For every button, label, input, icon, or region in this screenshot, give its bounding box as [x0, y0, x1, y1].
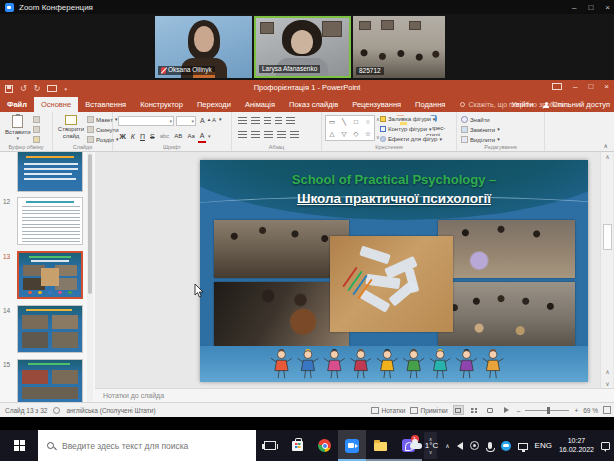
- video-thumbnail-oksana[interactable]: Oksana Oliinyk: [155, 16, 252, 78]
- italic-button[interactable]: К: [129, 131, 136, 142]
- change-case-button[interactable]: Аа: [186, 131, 196, 142]
- shape-triangle-icon[interactable]: △: [330, 131, 335, 138]
- collapse-ribbon-button[interactable]: ∧: [604, 142, 608, 149]
- search-input[interactable]: [60, 440, 240, 452]
- zoom-close-button[interactable]: ×: [605, 3, 610, 12]
- shape-star-icon[interactable]: ☆: [365, 131, 371, 138]
- select-button[interactable]: Виділити ▾: [461, 136, 500, 143]
- current-slide[interactable]: School of Practical Psychology – Школа п…: [200, 160, 588, 382]
- find-button[interactable]: Знайти: [461, 116, 490, 123]
- text-shadow-button[interactable]: abc: [158, 131, 171, 142]
- shape-fill-button[interactable]: Заливка фігури▾: [380, 116, 435, 122]
- start-button[interactable]: [0, 430, 38, 461]
- slide-sorter-view-button[interactable]: [469, 405, 480, 415]
- fit-slide-to-window-button[interactable]: [603, 406, 611, 414]
- paste-button[interactable]: Вставити ▾: [5, 115, 31, 142]
- columns-icon[interactable]: [290, 131, 299, 139]
- tab-animations[interactable]: Анімація: [238, 97, 282, 112]
- format-painter-button[interactable]: [33, 136, 40, 143]
- previous-slide-icon[interactable]: ∧: [601, 367, 614, 378]
- tab-transitions[interactable]: Переходи: [190, 97, 238, 112]
- align-left-icon[interactable]: [238, 131, 247, 139]
- font-size-combo[interactable]: ▾: [176, 116, 196, 126]
- shape-outline-button[interactable]: Контур фігури▾: [380, 126, 432, 132]
- notes-pane[interactable]: Нотатки до слайда: [95, 388, 614, 402]
- shape-triangle-down-icon[interactable]: ▽: [342, 131, 347, 138]
- shape-effects-button[interactable]: Ефекти для фігур▾: [380, 136, 442, 142]
- tab-insert[interactable]: Вставлення: [78, 97, 133, 112]
- zoom-slider-thumb[interactable]: [547, 407, 550, 414]
- slide-thumbnail-13-selected[interactable]: [17, 251, 83, 299]
- slide-thumbnail-15-partial[interactable]: [17, 359, 83, 402]
- shape-square-icon[interactable]: □: [354, 119, 358, 126]
- ppt-minimize-button[interactable]: –: [573, 82, 577, 91]
- new-slide-button[interactable]: Створити слайд: [56, 115, 86, 140]
- chrome-button[interactable]: [311, 430, 338, 461]
- slide-scrollbar[interactable]: ∧ ∧ ∨ ∨: [600, 152, 613, 402]
- task-view-button[interactable]: [256, 430, 284, 461]
- slideshow-view-button[interactable]: [501, 405, 512, 415]
- video-thumbnail-larysa[interactable]: Larysa Afanasenko: [254, 16, 351, 78]
- slide-thumbnail-14[interactable]: [17, 305, 83, 353]
- zoom-out-button[interactable]: –: [517, 407, 521, 414]
- language-indicator[interactable]: англійська (Сполучені Штати): [66, 407, 155, 414]
- comments-toggle-button[interactable]: Примітки: [410, 407, 447, 414]
- obs-icon[interactable]: [470, 441, 479, 450]
- tab-view[interactable]: Подання: [408, 97, 452, 112]
- font-color-button[interactable]: А: [198, 130, 206, 143]
- shrink-font-button[interactable]: А▼: [212, 117, 222, 123]
- weather-widget[interactable]: 1°C: [410, 441, 438, 450]
- tab-slideshow[interactable]: Показ слайдів: [282, 97, 345, 112]
- taskbar-search[interactable]: [38, 430, 256, 461]
- action-center-icon[interactable]: [601, 442, 610, 450]
- grow-font-button[interactable]: А▲: [200, 117, 211, 124]
- cut-button[interactable]: [33, 116, 40, 123]
- zoom-slider[interactable]: [525, 410, 569, 411]
- cloud-sync-icon[interactable]: [501, 441, 511, 451]
- shape-diamond-icon[interactable]: ◇: [354, 131, 359, 138]
- ppt-restore-button[interactable]: □: [588, 82, 593, 91]
- shapes-gallery[interactable]: ▭ ╲ □ ○ △ ▽ ◇ ☆: [325, 115, 375, 141]
- underline-button[interactable]: П: [138, 131, 146, 142]
- zoom-maximize-button[interactable]: □: [588, 3, 593, 12]
- character-spacing-button[interactable]: АВ: [173, 131, 184, 142]
- normal-view-button[interactable]: [453, 405, 464, 415]
- zoom-minimize-button[interactable]: –: [572, 3, 576, 12]
- decrease-indent-icon[interactable]: [264, 117, 271, 125]
- line-spacing-icon[interactable]: [286, 117, 295, 125]
- strikethrough-button[interactable]: S: [149, 131, 157, 142]
- zoom-app-button[interactable]: [338, 430, 366, 461]
- video-thumbnail-825712[interactable]: 825712: [353, 16, 445, 78]
- signin-button[interactable]: Увійти: [512, 100, 534, 109]
- zoom-in-button[interactable]: +: [574, 407, 578, 414]
- replace-button[interactable]: Замінити ▾: [461, 126, 500, 133]
- tab-file[interactable]: Файл: [0, 97, 34, 112]
- shape-rect-icon[interactable]: ▭: [329, 119, 335, 126]
- reading-view-button[interactable]: [485, 405, 496, 415]
- scrollbar-thumb[interactable]: [603, 224, 612, 250]
- shape-line-icon[interactable]: ╲: [342, 119, 346, 126]
- shape-circle-icon[interactable]: ○: [366, 119, 370, 126]
- font-name-combo[interactable]: ▾: [118, 116, 174, 126]
- file-explorer-button[interactable]: [366, 430, 394, 461]
- speaker-icon[interactable]: [457, 442, 463, 450]
- justify-icon[interactable]: [277, 131, 286, 139]
- taskbar-clock[interactable]: 10:27 16.02.2022: [559, 437, 594, 455]
- hidden-icons-chevron[interactable]: ∧: [445, 442, 449, 449]
- bold-button[interactable]: Ж: [118, 131, 127, 142]
- notes-toggle-button[interactable]: Нотатки: [371, 407, 405, 414]
- tab-design[interactable]: Конструктор: [133, 97, 190, 112]
- zoom-level[interactable]: 69 %: [583, 407, 598, 414]
- microsoft-store-button[interactable]: [284, 430, 311, 461]
- scroll-up-icon[interactable]: ∧: [601, 152, 614, 163]
- bullets-icon[interactable]: [238, 117, 247, 125]
- increase-indent-icon[interactable]: [275, 117, 282, 125]
- align-right-icon[interactable]: [264, 131, 273, 139]
- tab-review[interactable]: Рецензування: [345, 97, 408, 112]
- network-icon[interactable]: [518, 443, 528, 450]
- copy-button[interactable]: [33, 126, 40, 133]
- share-button[interactable]: Спільний доступ: [543, 100, 610, 109]
- microphone-icon[interactable]: [488, 442, 492, 449]
- accessibility-icon[interactable]: [53, 407, 60, 414]
- align-center-icon[interactable]: [251, 131, 260, 139]
